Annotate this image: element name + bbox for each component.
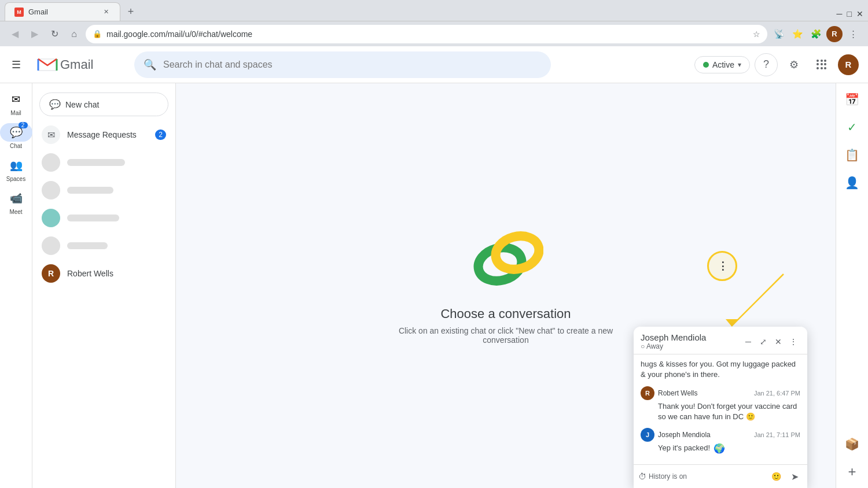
spaces-icon-wrap: 👥 xyxy=(0,156,32,175)
new-chat-label: New chat xyxy=(65,100,99,109)
calendar-icon-button[interactable]: 📅 xyxy=(841,88,864,111)
popup-expand-button[interactable]: ⤢ xyxy=(756,335,770,349)
settings-button[interactable]: ⚙ xyxy=(782,53,806,76)
search-input[interactable] xyxy=(163,60,542,70)
meet-icon-wrap: 📹 xyxy=(0,189,32,208)
back-button[interactable]: ◀ xyxy=(7,26,23,42)
popup-message-2: R Robert Wells Jan 21, 6:47 PM Thank you… xyxy=(641,386,800,422)
gmail-logo-icon xyxy=(37,57,58,73)
emoji-button[interactable]: 🙂 xyxy=(768,468,784,485)
active-label: Active xyxy=(712,60,734,69)
tab-close-icon[interactable]: ✕ xyxy=(101,8,111,17)
popup-message-3: J Joseph Mendiola Jan 21, 7:11 PM Yep it… xyxy=(641,428,800,454)
hamburger-menu[interactable]: ☰ xyxy=(5,53,28,76)
chat-contact-robert-wells[interactable]: R Robert Wells xyxy=(32,260,175,287)
chat-icon-wrap: 💬 2 xyxy=(0,123,32,142)
msg2-time: Jan 21, 6:47 PM xyxy=(754,390,800,397)
svg-line-3 xyxy=(731,274,784,326)
win-close[interactable]: ✕ xyxy=(856,9,863,19)
browser-chrome: M Gmail ✕ + ─ □ ✕ xyxy=(0,0,868,21)
robert-wells-avatar: R xyxy=(42,264,60,283)
browser-tab[interactable]: M Gmail ✕ xyxy=(5,2,120,21)
contacts-icon-button[interactable]: 👤 xyxy=(841,171,864,194)
message-requests-label: Message Requests xyxy=(67,130,137,139)
tasks-icon-button[interactable]: ✓ xyxy=(841,116,864,139)
win-minimize[interactable]: ─ xyxy=(837,9,843,19)
chat-sidebar: 💬 New chat ✉ Message Requests 2 xyxy=(32,83,176,488)
yellow-pointer-circle: ⋮ xyxy=(707,251,737,281)
add-app-button[interactable]: + xyxy=(841,460,864,483)
right-panel: 📅 ✓ 📋 👤 📦 + xyxy=(836,83,868,488)
popup-message-1: hugs & kisses for you. Got my luggage pa… xyxy=(641,359,800,380)
blurred-item-4 xyxy=(32,232,175,260)
reload-button[interactable]: ↻ xyxy=(46,26,62,42)
address-bar-row: ◀ ▶ ↻ ⌂ 🔒 mail.google.com/mail/u/0/#chat… xyxy=(0,21,868,46)
blurred-item-1 xyxy=(32,149,175,176)
popup-msg-1-text: hugs & kisses for you. Got my luggage pa… xyxy=(641,359,800,380)
popup-contact-name: Joseph Mendiola xyxy=(641,332,706,342)
msg3-sender: Joseph Mendiola xyxy=(658,431,711,439)
active-status-button[interactable]: Active ▾ xyxy=(694,56,750,73)
bookmark-icon[interactable]: ⭐ xyxy=(789,26,806,42)
msg3-emoji: 🌍 xyxy=(713,443,725,454)
gmail-logo-text: Gmail xyxy=(60,57,93,72)
apps-button[interactable] xyxy=(810,53,833,76)
gmail-header: ☰ Gmail 🔍 Active ▾ ? xyxy=(0,46,868,83)
apps-grid-icon xyxy=(816,60,827,70)
forward-button[interactable]: ▶ xyxy=(27,26,43,42)
star-icon[interactable]: ☆ xyxy=(753,29,760,39)
chat-label: Chat xyxy=(10,143,22,149)
popup-status: ○ Away xyxy=(641,342,706,350)
url-text: mail.google.com/mail/u/0/#chat/welcome xyxy=(106,29,748,39)
browser-menu[interactable]: ⋮ xyxy=(845,26,861,42)
header-right: Active ▾ ? ⚙ R xyxy=(694,53,863,76)
search-bar[interactable]: 🔍 xyxy=(134,51,551,78)
tab-favicon: M xyxy=(14,8,24,17)
new-tab-button[interactable]: + xyxy=(123,3,139,20)
popup-close-button[interactable]: ✕ xyxy=(771,335,785,349)
home-button[interactable]: ⌂ xyxy=(66,26,82,42)
sidebar-item-mail[interactable]: ✉ Mail xyxy=(0,88,32,119)
keep-icon-button[interactable]: 📋 xyxy=(841,143,864,167)
meet-label: Meet xyxy=(9,209,22,215)
sidebar-item-spaces[interactable]: 👥 Spaces xyxy=(0,154,32,184)
popup-minimize-button[interactable]: ─ xyxy=(741,335,755,349)
robert-wells-name: Robert Wells xyxy=(67,269,113,278)
narrow-sidebar: ✉ Mail 💬 2 Chat 👥 Spaces 📹 Meet xyxy=(0,83,32,488)
extension-icon[interactable]: 🧩 xyxy=(808,26,824,42)
chat-badge: 2 xyxy=(19,122,28,128)
extensions-area: 📡 ⭐ 🧩 R ⋮ xyxy=(771,26,861,42)
history-clock-icon: ⏱ xyxy=(638,472,646,481)
gmail-logo: Gmail xyxy=(37,57,130,73)
address-bar[interactable]: 🔒 mail.google.com/mail/u/0/#chat/welcome… xyxy=(86,25,767,43)
joseph-mendiola-avatar: J xyxy=(641,428,654,442)
msg2-sender: Robert Wells xyxy=(658,389,697,397)
blurred-item-2 xyxy=(32,176,175,204)
new-chat-button[interactable]: 💬 New chat xyxy=(39,93,168,116)
msg3-time: Jan 21, 7:11 PM xyxy=(754,431,800,438)
sidebar-item-meet[interactable]: 📹 Meet xyxy=(0,187,32,217)
help-button[interactable]: ? xyxy=(755,53,778,76)
robert-wells-popup-avatar: R xyxy=(641,386,654,400)
message-requests-item[interactable]: ✉ Message Requests 2 xyxy=(32,121,175,149)
win-maximize[interactable]: □ xyxy=(847,9,852,19)
msg3-text: Yep it's packed! xyxy=(658,443,710,453)
lock-icon: 🔒 xyxy=(93,29,102,38)
sidebar-item-chat[interactable]: 💬 2 Chat xyxy=(0,121,32,151)
dropbox-icon-button[interactable]: 📦 xyxy=(841,432,864,456)
tab-title: Gmail xyxy=(28,8,48,16)
blurred-item-3 xyxy=(32,204,175,232)
mail-icon-wrap: ✉ xyxy=(0,90,32,109)
profile-avatar[interactable]: R xyxy=(826,26,843,42)
popup-more-button[interactable]: ⋮ xyxy=(786,335,800,349)
new-chat-icon: 💬 xyxy=(49,99,61,110)
user-avatar-button[interactable]: R xyxy=(838,54,859,75)
popup-header: Joseph Mendiola ○ Away ─ ⤢ ✕ ⋮ xyxy=(634,327,807,354)
chat-popup-window: Joseph Mendiola ○ Away ─ ⤢ ✕ ⋮ hugs & ki… xyxy=(634,327,807,488)
history-is-on-text: History is on xyxy=(649,472,766,480)
message-requests-badge: 2 xyxy=(155,130,166,140)
cast-icon[interactable]: 📡 xyxy=(771,26,787,42)
choose-subtitle: Click on an existing chat or click "New … xyxy=(384,326,627,345)
send-button[interactable]: ➤ xyxy=(786,468,803,485)
mail-label: Mail xyxy=(10,110,21,116)
